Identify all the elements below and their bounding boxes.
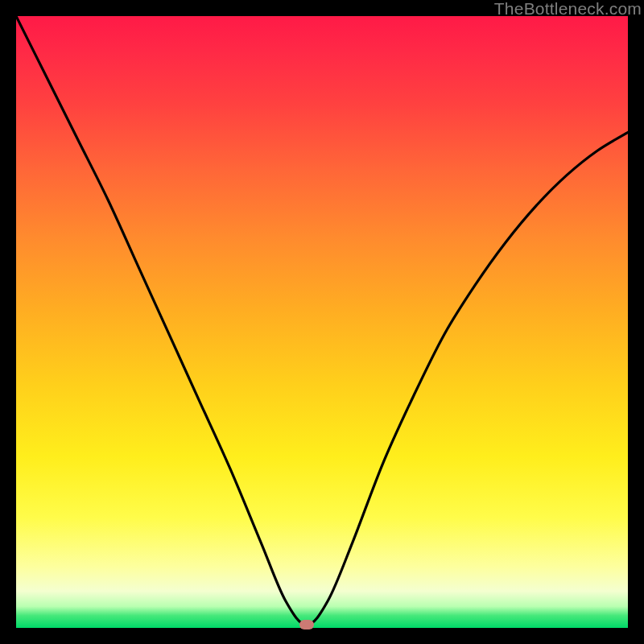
plot-area xyxy=(16,16,628,628)
bottleneck-curve xyxy=(16,16,628,628)
chart-frame: TheBottleneck.com xyxy=(0,0,644,644)
optimal-marker xyxy=(299,620,314,630)
